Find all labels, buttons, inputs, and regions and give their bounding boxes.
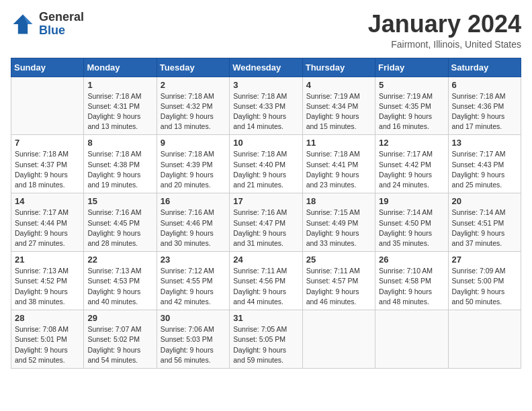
week-row-5: 28Sunrise: 7:08 AMSunset: 5:01 PMDayligh… [11,310,521,369]
day-number: 18 [306,196,371,206]
day-number: 31 [233,313,298,323]
day-cell: 21Sunrise: 7:13 AMSunset: 4:52 PMDayligh… [11,252,84,310]
day-number: 23 [161,255,226,265]
day-cell: 1Sunrise: 7:18 AMSunset: 4:31 PMDaylight… [84,77,157,135]
day-cell: 29Sunrise: 7:07 AMSunset: 5:02 PMDayligh… [84,310,157,369]
calendar-table: SundayMondayTuesdayWednesdayThursdayFrid… [11,58,521,369]
day-number: 15 [87,196,152,206]
day-info: Sunrise: 7:16 AMSunset: 4:47 PMDaylight:… [233,208,298,248]
week-row-2: 7Sunrise: 7:18 AMSunset: 4:37 PMDaylight… [11,135,521,193]
day-cell: 14Sunrise: 7:17 AMSunset: 4:44 PMDayligh… [11,193,84,252]
header-thursday: Thursday [302,58,375,77]
day-info: Sunrise: 7:07 AMSunset: 5:02 PMDaylight:… [87,324,152,365]
day-info: Sunrise: 7:16 AMSunset: 4:45 PMDaylight:… [87,208,152,248]
title-block: January 2024 Fairmont, Illinois, United … [368,11,521,50]
day-info: Sunrise: 7:18 AMSunset: 4:38 PMDaylight:… [87,149,152,190]
header-friday: Friday [375,58,448,77]
day-number: 29 [87,313,152,323]
day-info: Sunrise: 7:19 AMSunset: 4:35 PMDaylight:… [379,91,444,132]
day-cell [302,310,375,369]
day-cell: 6Sunrise: 7:18 AMSunset: 4:36 PMDaylight… [448,77,521,135]
day-info: Sunrise: 7:18 AMSunset: 4:31 PMDaylight:… [87,91,152,132]
day-number: 13 [452,138,517,148]
week-row-4: 21Sunrise: 7:13 AMSunset: 4:52 PMDayligh… [11,252,521,310]
day-number: 21 [15,255,80,265]
logo-blue: Blue [39,24,65,37]
day-number: 26 [379,255,444,265]
day-number: 28 [15,313,80,323]
day-number: 27 [452,255,517,265]
day-info: Sunrise: 7:09 AMSunset: 5:00 PMDaylight:… [452,266,517,307]
day-number: 10 [233,138,298,148]
header-wednesday: Wednesday [230,58,302,77]
day-cell: 26Sunrise: 7:10 AMSunset: 4:58 PMDayligh… [375,252,448,310]
header-saturday: Saturday [448,58,521,77]
day-info: Sunrise: 7:11 AMSunset: 4:56 PMDaylight:… [233,266,298,307]
day-cell: 25Sunrise: 7:11 AMSunset: 4:57 PMDayligh… [302,252,375,310]
day-number: 16 [161,196,226,206]
header-sunday: Sunday [11,58,84,77]
day-number: 7 [15,138,80,148]
day-info: Sunrise: 7:18 AMSunset: 4:39 PMDaylight:… [161,149,226,190]
day-number: 20 [452,196,517,206]
day-info: Sunrise: 7:05 AMSunset: 5:05 PMDaylight:… [233,324,298,365]
day-number: 4 [306,80,371,90]
day-number: 17 [233,196,298,206]
day-cell: 8Sunrise: 7:18 AMSunset: 4:38 PMDaylight… [84,135,157,193]
day-info: Sunrise: 7:12 AMSunset: 4:55 PMDaylight:… [161,266,226,307]
day-number: 14 [15,196,80,206]
day-info: Sunrise: 7:10 AMSunset: 4:58 PMDaylight:… [379,266,444,307]
day-info: Sunrise: 7:18 AMSunset: 4:32 PMDaylight:… [161,91,226,132]
logo-icon [11,12,35,36]
day-cell: 7Sunrise: 7:18 AMSunset: 4:37 PMDaylight… [11,135,84,193]
day-number: 9 [161,138,226,148]
day-number: 24 [233,255,298,265]
calendar-title: January 2024 [368,11,521,38]
day-cell: 27Sunrise: 7:09 AMSunset: 5:00 PMDayligh… [448,252,521,310]
week-row-3: 14Sunrise: 7:17 AMSunset: 4:44 PMDayligh… [11,193,521,252]
day-cell: 5Sunrise: 7:19 AMSunset: 4:35 PMDaylight… [375,77,448,135]
day-cell: 15Sunrise: 7:16 AMSunset: 4:45 PMDayligh… [84,193,157,252]
day-info: Sunrise: 7:18 AMSunset: 4:33 PMDaylight:… [233,91,298,132]
day-cell: 23Sunrise: 7:12 AMSunset: 4:55 PMDayligh… [157,252,229,310]
day-info: Sunrise: 7:19 AMSunset: 4:34 PMDaylight:… [306,91,371,132]
day-cell: 31Sunrise: 7:05 AMSunset: 5:05 PMDayligh… [230,310,302,369]
day-number: 2 [161,80,226,90]
day-cell: 20Sunrise: 7:14 AMSunset: 4:51 PMDayligh… [448,193,521,252]
header-monday: Monday [84,58,157,77]
day-number: 11 [306,138,371,148]
day-cell [11,77,84,135]
day-number: 8 [87,138,152,148]
day-info: Sunrise: 7:16 AMSunset: 4:46 PMDaylight:… [161,208,226,248]
day-cell: 3Sunrise: 7:18 AMSunset: 4:33 PMDaylight… [230,77,302,135]
header-tuesday: Tuesday [157,58,229,77]
day-number: 6 [452,80,517,90]
day-cell: 13Sunrise: 7:17 AMSunset: 4:43 PMDayligh… [448,135,521,193]
day-number: 12 [379,138,444,148]
calendar-subtitle: Fairmont, Illinois, United States [368,39,521,50]
day-info: Sunrise: 7:18 AMSunset: 4:37 PMDaylight:… [15,149,80,190]
day-info: Sunrise: 7:15 AMSunset: 4:49 PMDaylight:… [306,208,371,248]
day-number: 1 [87,80,152,90]
day-info: Sunrise: 7:17 AMSunset: 4:42 PMDaylight:… [379,149,444,190]
day-cell: 12Sunrise: 7:17 AMSunset: 4:42 PMDayligh… [375,135,448,193]
day-cell: 22Sunrise: 7:13 AMSunset: 4:53 PMDayligh… [84,252,157,310]
calendar-header-row: SundayMondayTuesdayWednesdayThursdayFrid… [11,58,521,77]
day-number: 25 [306,255,371,265]
day-info: Sunrise: 7:17 AMSunset: 4:43 PMDaylight:… [452,149,517,190]
day-number: 19 [379,196,444,206]
day-cell: 16Sunrise: 7:16 AMSunset: 4:46 PMDayligh… [157,193,229,252]
logo: General Blue [11,11,84,38]
day-cell: 19Sunrise: 7:14 AMSunset: 4:50 PMDayligh… [375,193,448,252]
day-cell [448,310,521,369]
week-row-1: 1Sunrise: 7:18 AMSunset: 4:31 PMDaylight… [11,77,521,135]
header: General Blue January 2024 Fairmont, Illi… [11,11,521,50]
logo-text: General Blue [39,11,84,38]
day-cell: 10Sunrise: 7:18 AMSunset: 4:40 PMDayligh… [230,135,302,193]
day-cell [375,310,448,369]
day-number: 30 [161,313,226,323]
day-info: Sunrise: 7:18 AMSunset: 4:40 PMDaylight:… [233,149,298,190]
day-info: Sunrise: 7:13 AMSunset: 4:52 PMDaylight:… [15,266,80,307]
day-info: Sunrise: 7:11 AMSunset: 4:57 PMDaylight:… [306,266,371,307]
day-number: 22 [87,255,152,265]
